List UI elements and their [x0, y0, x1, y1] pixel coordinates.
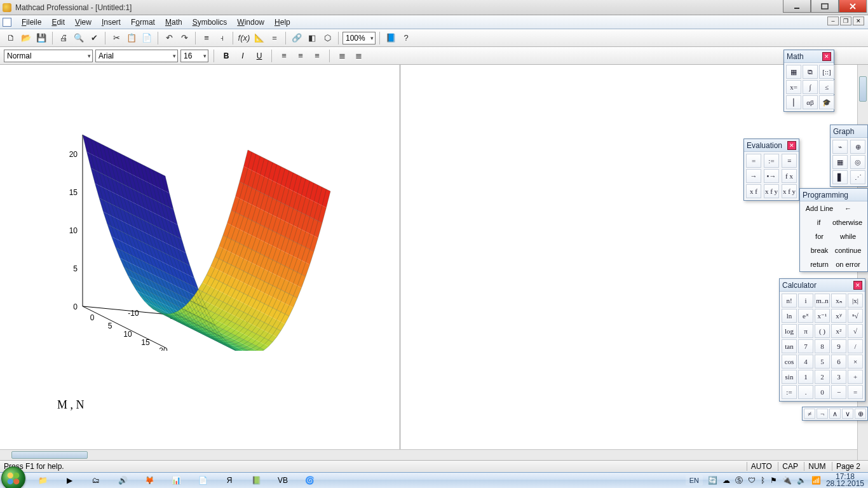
calc-btn[interactable]: =: [848, 385, 863, 399]
task-yandex-icon[interactable]: Я: [217, 473, 242, 487]
calculator-toolbar-icon[interactable]: ▦: [786, 65, 801, 79]
tray-cloud-icon[interactable]: ☁: [722, 476, 730, 485]
horizontal-scrollbar[interactable]: [0, 449, 857, 460]
workspace[interactable]: 0 5 10 15 20 0 5 10 15 20 -10 0 10: [0, 65, 868, 460]
eval-btn[interactable]: =: [746, 154, 761, 168]
calc-btn[interactable]: xₙ: [831, 294, 846, 308]
calc-btn[interactable]: x⁻¹: [815, 309, 830, 323]
calc-btn[interactable]: ×: [848, 355, 863, 369]
calc-btn[interactable]: tan: [782, 339, 797, 353]
redo-icon[interactable]: ↷: [177, 31, 191, 45]
tray-power-icon[interactable]: 🔌: [782, 476, 792, 485]
calc-btn[interactable]: 8: [815, 339, 830, 353]
prog-btn[interactable]: otherwise: [832, 217, 862, 228]
menu-format[interactable]: Format: [126, 17, 160, 28]
evaluation-palette[interactable]: Evaluation✕ =:=≡→•→f xx fx f yx f y: [743, 139, 799, 201]
palette-close-icon[interactable]: ✕: [787, 141, 796, 150]
font-combo[interactable]: Arial: [95, 50, 178, 62]
print-icon[interactable]: 🖨: [57, 31, 71, 45]
fontsize-combo[interactable]: 16: [180, 50, 208, 62]
calc-btn[interactable]: √: [848, 324, 863, 338]
insert-unit-icon[interactable]: 📐: [252, 31, 266, 45]
minimize-button[interactable]: [783, 0, 811, 13]
eval-btn[interactable]: →: [746, 169, 761, 183]
close-button[interactable]: [839, 0, 867, 13]
eval-btn[interactable]: x f y: [782, 184, 797, 198]
document-page[interactable]: 0 5 10 15 20 0 5 10 15 20 -10 0 10: [0, 65, 400, 460]
task-powerpoint-icon[interactable]: 📊: [163, 473, 189, 487]
graph-toolbar-icon[interactable]: ⧉: [803, 65, 818, 79]
task-vb-icon[interactable]: VB: [270, 473, 295, 487]
calculus-toolbar-icon[interactable]: ∫: [803, 80, 818, 94]
eval-btn[interactable]: x f y: [764, 184, 779, 198]
menu-help[interactable]: Help: [269, 17, 295, 28]
calc-btn[interactable]: eˣ: [798, 309, 813, 323]
menu-edit[interactable]: Edit: [46, 17, 70, 28]
programming-palette[interactable]: Programming Add Line←ifotherwiseforwhile…: [799, 188, 868, 272]
prog-btn[interactable]: Add Line: [805, 203, 834, 214]
menu-symbolics[interactable]: Symbolics: [187, 17, 233, 28]
bool-btn[interactable]: ≠: [804, 409, 815, 419]
bool-btn[interactable]: ∨: [842, 409, 853, 419]
align-left-icon[interactable]: ≡: [277, 49, 291, 63]
menu-math[interactable]: Math: [160, 17, 187, 28]
calc-btn[interactable]: 6: [831, 355, 846, 369]
calc-btn[interactable]: .: [798, 385, 813, 399]
start-button[interactable]: [1, 466, 25, 489]
task-firefox-icon[interactable]: 🦊: [137, 473, 162, 487]
boolean-palette[interactable]: ≠¬∧∨⊕: [802, 407, 868, 421]
task-volume-icon[interactable]: 🔊: [110, 473, 135, 487]
eval-btn[interactable]: f x: [782, 169, 797, 183]
calc-btn[interactable]: −: [831, 385, 846, 399]
prog-btn[interactable]: for: [805, 231, 834, 242]
tray-sound-icon[interactable]: 🔈: [797, 476, 806, 485]
tray-flag-icon[interactable]: ⚑: [770, 476, 777, 485]
programming-toolbar-icon[interactable]: ⎮: [786, 95, 801, 109]
math-palette[interactable]: Math✕ ▦ ⧉ [::] x= ∫ ≤ ⎮ αβ 🎓: [783, 50, 834, 112]
calc-btn[interactable]: 1: [798, 370, 813, 384]
mdi-restore[interactable]: ❐: [840, 17, 851, 25]
calc-btn[interactable]: cos: [782, 355, 797, 369]
prog-btn[interactable]: ←: [834, 203, 862, 214]
undo-icon[interactable]: ↶: [162, 31, 176, 45]
scatter-3d-icon[interactable]: ⋰: [850, 170, 865, 184]
calculate-icon[interactable]: =: [268, 31, 281, 45]
calc-btn[interactable]: ⁿ√: [848, 309, 863, 323]
tray-sync-icon[interactable]: 🔄: [708, 476, 717, 485]
calc-btn[interactable]: 7: [798, 339, 813, 353]
menu-file[interactable]: FileFileile: [17, 17, 46, 28]
task-excel-icon[interactable]: 📗: [243, 473, 269, 487]
eval-btn[interactable]: :=: [764, 154, 779, 168]
spellcheck-icon[interactable]: ✔: [87, 31, 101, 45]
calc-btn[interactable]: 9: [831, 339, 846, 353]
greek-toolbar-icon[interactable]: αβ: [803, 95, 818, 109]
evaluation-toolbar-icon[interactable]: x=: [786, 80, 801, 94]
zoom-combo[interactable]: 100%: [342, 32, 376, 44]
italic-icon[interactable]: I: [236, 49, 250, 63]
calc-btn[interactable]: n!: [782, 294, 797, 308]
task-mathcad-icon[interactable]: 🌀: [297, 473, 322, 487]
help-icon[interactable]: ?: [399, 31, 413, 45]
calc-btn[interactable]: log: [782, 324, 797, 338]
prog-btn[interactable]: return: [805, 259, 834, 270]
calc-btn[interactable]: 4: [798, 355, 813, 369]
open-icon[interactable]: 📂: [19, 31, 33, 45]
style-combo[interactable]: Normal: [4, 50, 93, 62]
bullet-list-icon[interactable]: ≣: [335, 49, 349, 63]
align-center-icon[interactable]: ≡: [294, 49, 308, 63]
task-word-icon[interactable]: 📄: [190, 473, 215, 487]
calc-btn[interactable]: 2: [815, 370, 830, 384]
eval-btn[interactable]: x f: [746, 184, 761, 198]
surface-plot-icon[interactable]: ▦: [832, 155, 848, 169]
copy-icon[interactable]: 📋: [125, 31, 139, 45]
bool-btn[interactable]: ¬: [817, 409, 828, 419]
calc-btn[interactable]: /: [848, 339, 863, 353]
cut-icon[interactable]: ✂: [109, 31, 123, 45]
calc-btn[interactable]: |x|: [848, 294, 863, 308]
separate-regions-icon[interactable]: ⫞: [215, 31, 229, 45]
menu-insert[interactable]: Insert: [97, 17, 126, 28]
mdi-minimize[interactable]: –: [827, 17, 839, 25]
eval-btn[interactable]: •→: [764, 169, 779, 183]
maximize-button[interactable]: [811, 0, 839, 13]
task-mediaplayer-icon[interactable]: ▶: [57, 473, 82, 487]
